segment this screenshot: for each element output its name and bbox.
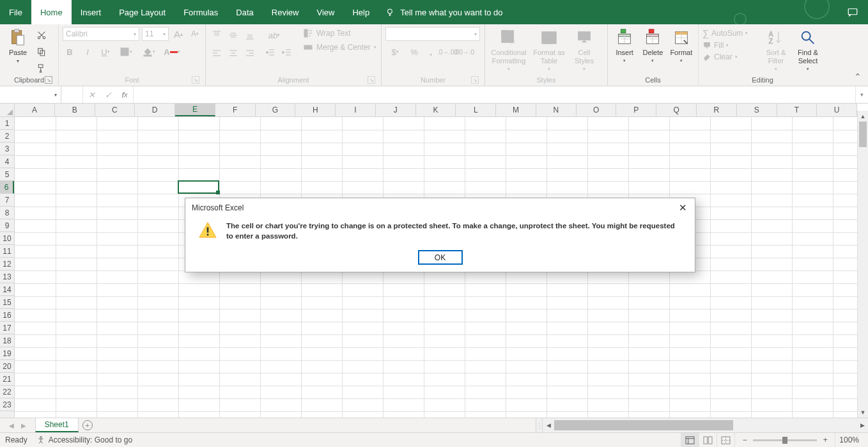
row-header-13[interactable]: 13 — [0, 271, 14, 283]
sort-filter-button[interactable]: AZ Sort & Filter▾ — [761, 27, 791, 72]
format-painter-button[interactable] — [35, 61, 49, 75]
col-header-L[interactable]: L — [456, 104, 496, 116]
col-header-G[interactable]: G — [256, 104, 296, 116]
borders-button[interactable]: ▾ — [116, 45, 136, 59]
cell-styles-button[interactable]: Cell Styles▾ — [570, 27, 599, 72]
font-color-button[interactable]: A▾ — [162, 45, 182, 59]
bold-button[interactable]: B — [63, 45, 77, 59]
zoom-level[interactable]: 100% — [835, 433, 863, 448]
comments-icon[interactable] — [847, 6, 858, 18]
col-header-F[interactable]: F — [215, 104, 256, 116]
col-header-M[interactable]: M — [496, 104, 536, 116]
select-all-button[interactable] — [0, 104, 15, 117]
align-left-button[interactable] — [210, 46, 224, 60]
col-header-E[interactable]: E — [175, 104, 215, 116]
col-header-N[interactable]: N — [536, 104, 577, 116]
delete-cells-button[interactable]: Delete▾ — [640, 27, 665, 64]
column-headers[interactable]: ABCDEFGHIJKLMNOPQRSTU — [15, 104, 857, 117]
number-launcher[interactable]: ↘ — [471, 76, 479, 84]
cut-button[interactable] — [35, 28, 49, 42]
zoom-in-button[interactable]: + — [821, 435, 830, 444]
align-center-button[interactable] — [226, 46, 240, 60]
increase-indent-button[interactable] — [280, 46, 294, 60]
row-header-4[interactable]: 4 — [0, 155, 14, 168]
row-header-18[interactable]: 18 — [0, 334, 14, 347]
col-header-A[interactable]: A — [15, 104, 55, 116]
col-header-U[interactable]: U — [817, 104, 857, 116]
tab-page-layout[interactable]: Page Layout — [110, 0, 174, 24]
row-header-5[interactable]: 5 — [0, 168, 14, 181]
dialog-close-button[interactable]: ✕ — [673, 198, 692, 217]
merge-center-button[interactable]: Merge & Center ▾ — [303, 42, 376, 52]
hscroll-thumb[interactable] — [554, 420, 733, 430]
row-header-2[interactable]: 2 — [0, 130, 14, 143]
zoom-knob[interactable] — [782, 437, 787, 444]
page-layout-view-button[interactable] — [699, 433, 717, 448]
formula-input[interactable] — [134, 86, 855, 103]
decrease-indent-button[interactable] — [263, 46, 277, 60]
col-header-J[interactable]: J — [376, 104, 416, 116]
scroll-down-arrow[interactable]: ▼ — [858, 407, 868, 418]
increase-decimal-button[interactable]: .0→.00 — [440, 45, 454, 59]
row-header-15[interactable]: 15 — [0, 296, 14, 309]
tab-formulas[interactable]: Formulas — [174, 0, 227, 24]
col-header-K[interactable]: K — [416, 104, 456, 116]
row-header-6[interactable]: 6 — [0, 181, 14, 194]
orientation-button[interactable]: ab▾ — [263, 28, 285, 42]
autosum-button[interactable]: ∑AutoSum▾ — [702, 28, 759, 38]
vscroll-thumb[interactable] — [859, 122, 867, 147]
row-headers[interactable]: 1234567891011121314151617181920212223 — [0, 117, 15, 418]
row-header-8[interactable]: 8 — [0, 207, 14, 219]
sheet-nav[interactable]: ◀ ▶ — [0, 418, 35, 432]
format-cells-button[interactable]: Format▾ — [669, 27, 694, 64]
active-cell[interactable] — [178, 180, 219, 194]
tab-insert[interactable]: Insert — [72, 0, 111, 24]
col-header-P[interactable]: P — [616, 104, 656, 116]
italic-button[interactable]: I — [81, 45, 95, 59]
row-header-9[interactable]: 9 — [0, 219, 14, 232]
row-header-20[interactable]: 20 — [0, 360, 14, 373]
conditional-formatting-button[interactable]: Conditional Formatting▾ — [489, 27, 529, 72]
row-header-10[interactable]: 10 — [0, 232, 14, 245]
row-header-14[interactable]: 14 — [0, 283, 14, 296]
split-handle[interactable]: ⋮ — [536, 418, 543, 432]
row-header-22[interactable]: 22 — [0, 386, 14, 398]
row-header-23[interactable]: 23 — [0, 398, 14, 411]
enter-formula-button[interactable]: ✓ — [100, 90, 116, 100]
align-right-button[interactable] — [243, 46, 257, 60]
fill-button[interactable]: Fill▾ — [702, 41, 759, 50]
row-header-1[interactable]: 1 — [0, 117, 14, 130]
scroll-up-arrow[interactable]: ▲ — [858, 111, 868, 122]
col-header-R[interactable]: R — [697, 104, 737, 116]
grow-font-button[interactable]: A▴ — [171, 27, 185, 41]
col-header-S[interactable]: S — [737, 104, 777, 116]
format-as-table-button[interactable]: Format as Table▾ — [531, 27, 567, 72]
number-format-combo[interactable]: ▾ — [385, 27, 480, 41]
alignment-launcher[interactable]: ↘ — [368, 76, 375, 84]
find-select-button[interactable]: Find & Select▾ — [793, 27, 823, 72]
tab-home[interactable]: Home — [31, 0, 72, 24]
align-middle-button[interactable] — [226, 28, 240, 42]
cancel-formula-button[interactable]: ✕ — [83, 90, 100, 100]
page-break-view-button[interactable] — [717, 433, 734, 448]
row-header-17[interactable]: 17 — [0, 322, 14, 334]
vertical-scrollbar[interactable]: ▲ ▼ — [857, 111, 868, 418]
row-header-3[interactable]: 3 — [0, 143, 14, 155]
tab-data[interactable]: Data — [227, 0, 262, 24]
paste-button[interactable]: Paste ▾ — [4, 27, 32, 65]
comma-button[interactable]: , — [424, 45, 438, 59]
expand-formula-bar[interactable]: ▾ — [855, 86, 868, 103]
shrink-font-button[interactable]: A▾ — [188, 27, 202, 41]
name-box[interactable]: ▾ — [0, 86, 61, 103]
insert-cells-button[interactable]: Insert▾ — [612, 27, 637, 64]
dialog-ok-button[interactable]: OK — [419, 251, 462, 264]
sheet-tab-sheet1[interactable]: Sheet1 — [35, 418, 79, 432]
zoom-slider[interactable] — [753, 439, 817, 441]
accessibility-status[interactable]: Accessibility: Good to go — [36, 435, 132, 444]
tab-file[interactable]: File — [0, 0, 31, 24]
row-header-16[interactable]: 16 — [0, 309, 14, 322]
font-size-combo[interactable]: 11▾ — [142, 27, 169, 41]
scroll-left-arrow[interactable]: ◀ — [543, 418, 554, 432]
col-header-C[interactable]: C — [95, 104, 136, 116]
row-header-7[interactable]: 7 — [0, 194, 14, 207]
